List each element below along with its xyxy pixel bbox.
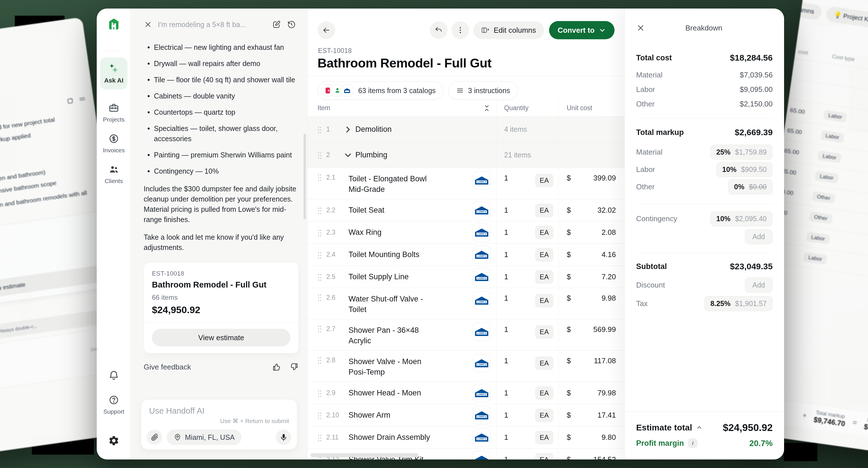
unit-pill[interactable]: EA (535, 431, 553, 444)
unit-pill[interactable]: EA (535, 294, 553, 308)
unit-cost-value[interactable]: 17.41 (597, 411, 616, 419)
chevron-right-icon[interactable] (343, 125, 352, 134)
new-chat-icon[interactable] (272, 20, 281, 29)
sidebar-item-invoices[interactable]: Invoices (97, 133, 131, 154)
thumbs-up-icon[interactable] (272, 362, 282, 372)
estimate-item-row[interactable]: 2.9 Shower Head - MoenLOWE'S 1EA $79.98 (308, 382, 624, 404)
view-estimate-button[interactable]: View estimate (152, 329, 290, 346)
handoff-logo-icon[interactable] (107, 18, 120, 31)
estimate-item-row[interactable]: 2.2 Toilet SeatLOWE'S 1EA $32.02 (308, 199, 624, 222)
estimate-item-row[interactable]: 2.5 Toilet Supply LineLOWE'S 1EA $7.20 (308, 266, 624, 288)
sidebar-item-clients[interactable]: Clients (97, 164, 131, 184)
drag-handle-icon[interactable] (317, 273, 322, 281)
add-markup-button[interactable]: Add (745, 229, 773, 244)
unit-pill[interactable]: EA (535, 356, 553, 370)
sidebar-item-support[interactable]: Support (97, 394, 131, 415)
chat-scrollbar[interactable] (304, 134, 306, 219)
labor-markup-pill[interactable]: 10%$909.50 (716, 162, 773, 177)
catalogs-badge[interactable]: 63 items from 3 catalogs (317, 81, 443, 99)
tax-pill[interactable]: 8.25%$1,901.57 (705, 296, 773, 311)
instructions-badge[interactable]: 3 instructions (448, 81, 518, 99)
estimate-item-row[interactable]: 2.11 Shower Drain AssemblyLOWE'S 1EA $9.… (308, 427, 624, 449)
close-breakdown-icon[interactable] (636, 23, 645, 32)
back-button[interactable] (317, 21, 335, 39)
estimate-item-row[interactable]: 2.1 Toilet - Elongated Bowl Mid-GradeLOW… (308, 168, 624, 199)
quantity-value[interactable]: 1 (504, 433, 508, 442)
drag-handle-icon[interactable] (317, 174, 322, 180)
location-pill[interactable]: Miami, FL, USA (167, 430, 242, 445)
unit-cost-value[interactable]: 154.52 (593, 455, 616, 460)
unit-cost-value[interactable]: 32.02 (597, 206, 616, 215)
drag-handle-icon[interactable] (317, 252, 322, 258)
quantity-value[interactable]: 1 (504, 294, 508, 302)
unit-pill[interactable]: EA (535, 226, 553, 239)
other-markup-pill[interactable]: 0%$0.00 (728, 179, 773, 195)
quantity-value[interactable]: 1 (504, 411, 508, 419)
unit-cost-value[interactable]: 9.80 (601, 433, 616, 442)
settings-gear-icon[interactable] (97, 435, 131, 447)
unit-cost-value[interactable]: 117.08 (594, 356, 616, 365)
estimate-group-row[interactable]: 2 Plumbing 21 items (308, 142, 624, 168)
estimate-item-row[interactable]: 2.7 Shower Pan - 36×48 AcrylicLOWE'S 1EA… (308, 319, 624, 351)
sidebar-item-ask-ai[interactable]: Ask AI (100, 58, 127, 89)
contingency-pill[interactable]: 10%$2,095.40 (710, 211, 773, 226)
unit-pill[interactable]: EA (535, 409, 553, 422)
unit-pill[interactable]: EA (535, 204, 553, 217)
unit-cost-value[interactable]: 2.08 (601, 228, 616, 237)
quantity-value[interactable]: 1 (504, 250, 508, 259)
unit-cost-value[interactable]: 9.98 (601, 294, 616, 302)
drag-handle-icon[interactable] (317, 152, 322, 158)
history-icon[interactable] (287, 20, 296, 29)
convert-to-button[interactable]: Convert to (549, 21, 615, 39)
horizontal-scrollbar[interactable] (310, 453, 418, 457)
estimate-item-row[interactable]: 2.6 Water Shut-off Valve - ToiletLOWE'S … (308, 288, 624, 319)
drag-handle-icon[interactable] (317, 126, 322, 133)
unit-cost-value[interactable]: 4.16 (601, 250, 616, 259)
add-discount-button[interactable]: Add (745, 277, 773, 293)
drag-handle-icon[interactable] (317, 434, 322, 441)
quantity-value[interactable]: 1 (504, 228, 508, 237)
drag-handle-icon[interactable] (317, 325, 322, 332)
estimate-item-row[interactable]: 2.3 Wax RingLOWE'S 1EA $2.08 (308, 222, 624, 244)
unit-pill[interactable]: EA (535, 270, 553, 284)
estimate-item-row[interactable]: 2.4 Toilet Mounting BoltsLOWE'S 1EA $4.1… (308, 244, 624, 266)
unit-pill[interactable]: EA (535, 325, 553, 339)
unit-pill[interactable]: EA (535, 386, 553, 400)
chat-thread-title[interactable]: I'm remodeling a 5×8 ft ba... (158, 21, 266, 29)
quantity-value[interactable]: 1 (504, 455, 508, 460)
material-markup-pill[interactable]: 25%$1,759.89 (710, 145, 773, 160)
chevron-down-icon[interactable] (343, 151, 352, 160)
sidebar-item-projects[interactable]: Projects (97, 103, 131, 123)
drag-handle-icon[interactable] (317, 390, 322, 397)
quantity-value[interactable]: 1 (504, 206, 508, 215)
microphone-button[interactable] (276, 430, 291, 445)
give-feedback-label[interactable]: Give feedback (144, 363, 265, 372)
edit-columns-button[interactable]: Edit columns (473, 21, 544, 39)
undo-button[interactable] (430, 21, 447, 39)
thumbs-down-icon[interactable] (289, 362, 299, 372)
estimate-item-row[interactable]: 2.10 Shower ArmLOWE'S 1EA $17.41 (308, 404, 624, 427)
collapse-totals-icon[interactable] (695, 424, 703, 431)
unit-cost-value[interactable]: 7.20 (601, 272, 616, 281)
quantity-value[interactable]: 1 (504, 356, 508, 365)
unit-cost-value[interactable]: 569.99 (593, 325, 616, 334)
chat-input[interactable] (149, 406, 233, 418)
unit-pill[interactable]: EA (535, 453, 553, 460)
collapse-all-icon[interactable] (483, 104, 491, 112)
info-icon[interactable]: i (688, 438, 698, 448)
quantity-value[interactable]: 1 (504, 272, 508, 281)
more-options-button[interactable] (452, 21, 469, 39)
unit-cost-value[interactable]: 399.09 (593, 174, 616, 182)
close-chat-icon[interactable] (144, 20, 152, 29)
attach-file-button[interactable] (147, 430, 162, 445)
drag-handle-icon[interactable] (317, 207, 322, 214)
quantity-value[interactable]: 1 (504, 388, 508, 398)
unit-cost-value[interactable]: 79.98 (597, 388, 616, 398)
unit-pill[interactable]: EA (535, 174, 553, 187)
estimate-item-row[interactable]: 2.8 Shower Valve - Moen Posi-TempLOWE'S … (308, 351, 624, 382)
unit-pill[interactable]: EA (535, 248, 553, 262)
drag-handle-icon[interactable] (317, 294, 322, 301)
estimate-group-row[interactable]: 1 Demolition 4 items (308, 117, 624, 142)
quantity-value[interactable]: 1 (504, 174, 508, 182)
drag-handle-icon[interactable] (317, 229, 322, 236)
